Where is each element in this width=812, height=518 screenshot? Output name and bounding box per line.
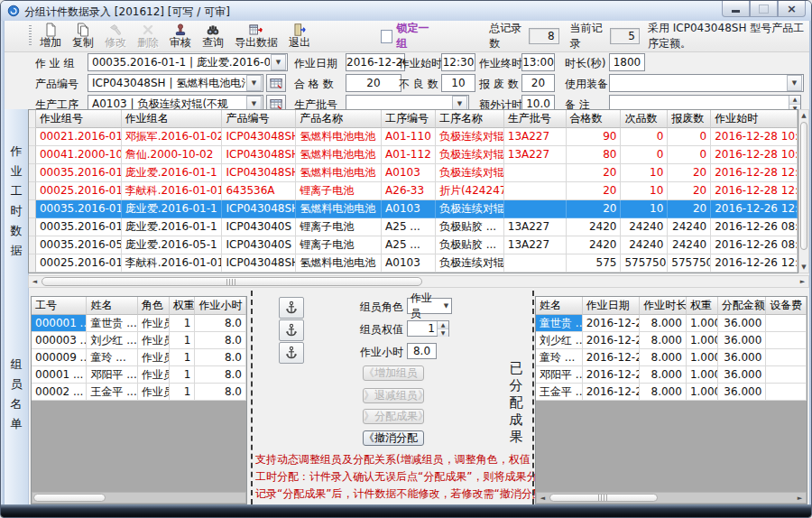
toolbar-button-new[interactable]: 增加 <box>34 21 67 51</box>
table-cell[interactable]: 1 <box>170 384 196 401</box>
start-time-field[interactable]: 12:30 <box>441 53 475 71</box>
hscroll-thumb[interactable] <box>42 277 422 286</box>
table-cell[interactable] <box>504 200 567 218</box>
table-cell[interactable]: 1 <box>170 332 196 349</box>
table-cell[interactable] <box>504 254 567 273</box>
table-cell[interactable]: 1.000 <box>687 349 718 366</box>
table-cell[interactable]: 锂离子电池 <box>296 218 382 236</box>
table-cell[interactable]: 2016-12-2... <box>583 366 641 384</box>
table-row[interactable]: 000001 ...童世贵 ...作业员18.0 <box>32 315 246 332</box>
table-cell[interactable]: 00025.2016-01-01 <box>36 254 122 273</box>
row-indicator[interactable] <box>29 128 36 146</box>
row-indicator[interactable] <box>29 218 36 236</box>
column-header[interactable]: 作业组号 <box>36 110 122 128</box>
scroll-left-icon[interactable]: ◄ <box>537 493 549 503</box>
table-cell[interactable]: 36.000 <box>718 315 767 332</box>
table-cell[interactable]: ICP043048SH <box>222 146 296 164</box>
column-header[interactable]: 权重 <box>687 297 718 315</box>
table-cell[interactable]: ICP043040S <box>222 218 296 236</box>
table-row[interactable]: 00041.2000-10-02詹仙.2000-10-02ICP043048SH… <box>29 146 798 164</box>
table-cell[interactable]: 2016-12-28 10:10 <box>711 128 798 146</box>
product-lookup-button[interactable] <box>266 74 286 92</box>
table-row[interactable]: 000009 ...童玲 ...作业员18.0 <box>32 349 246 366</box>
table-cell[interactable]: 20 <box>668 200 711 218</box>
row-indicator[interactable] <box>29 200 36 218</box>
member-role-combo[interactable]: 作业员▼ <box>407 298 452 314</box>
column-header[interactable]: 作业日期 <box>583 297 641 315</box>
worktime-hscrollbar[interactable]: ◄ ► <box>28 275 809 288</box>
table-cell[interactable]: 36.000 <box>718 384 767 401</box>
table-cell[interactable]: 24240 <box>668 218 711 236</box>
table-cell[interactable]: 000003 ... <box>32 332 87 349</box>
column-header[interactable]: 作业组名 <box>122 110 223 128</box>
column-header[interactable]: 姓名 <box>87 297 138 315</box>
table-cell[interactable]: 氢燃料电池电池 <box>296 164 382 182</box>
worktime-vscrollbar[interactable]: ▲ ▼ <box>798 109 809 273</box>
table-cell[interactable]: 1 <box>170 366 196 384</box>
column-header[interactable]: 产品编号 <box>222 110 296 128</box>
table-cell[interactable]: A0103 <box>382 164 436 182</box>
table-row[interactable]: 00035.2016-05-1庞业爱.2016-05-1ICP043040S锂离… <box>29 236 798 254</box>
table-cell[interactable]: 2016-12-26 12:30 <box>711 200 798 218</box>
table-cell[interactable]: 00035.2016-01-1 <box>36 164 122 182</box>
table-cell[interactable]: 作业员 <box>138 349 170 366</box>
table-cell[interactable]: 庞业爱.2016-01-1 <box>122 164 223 182</box>
table-cell[interactable]: 1.000 <box>687 384 718 401</box>
table-cell[interactable]: 童玲 ... <box>536 349 583 366</box>
table-cell[interactable]: 2016-12-28 12:30 <box>711 182 798 200</box>
scroll-up-icon[interactable]: ▲ <box>799 110 808 121</box>
table-cell[interactable]: 氢燃料电池电池 <box>296 146 382 164</box>
table-cell[interactable]: 折片(424247) <box>436 182 504 200</box>
table-cell[interactable]: A0103 <box>382 200 436 218</box>
column-header[interactable]: 权重 <box>170 297 196 315</box>
table-cell[interactable]: 36.000 <box>718 349 767 366</box>
column-header[interactable]: 作业时长 <box>640 297 687 315</box>
table-cell[interactable]: ICP043048SH <box>222 254 296 273</box>
table-cell[interactable]: 2016-12-2... <box>583 315 641 332</box>
table-cell[interactable]: 作业员 <box>138 366 170 384</box>
table-cell[interactable]: 8.000 <box>640 315 687 332</box>
table-cell[interactable]: 00001 ... <box>32 366 87 384</box>
table-cell[interactable]: 0 <box>621 146 668 164</box>
duration-field[interactable]: 1800 <box>609 53 645 71</box>
table-cell[interactable]: 20 <box>567 182 622 200</box>
table-cell[interactable]: 刘少红 ... <box>536 332 583 349</box>
table-cell[interactable]: 负极连续对辊... <box>436 164 504 182</box>
table-cell[interactable]: 作业员 <box>138 384 170 401</box>
table-cell[interactable]: 10 <box>621 200 668 218</box>
table-row[interactable]: 00002 ...王金平 ...作业员18.0 <box>32 384 246 401</box>
table-cell[interactable]: 氢燃料电池电池 <box>296 200 382 218</box>
table-cell[interactable]: 1 <box>170 315 196 332</box>
maximize-button[interactable] <box>750 1 778 17</box>
table-cell[interactable] <box>766 349 807 366</box>
table-cell[interactable]: 575 <box>567 254 622 273</box>
row-indicator[interactable] <box>29 236 36 254</box>
minimize-button[interactable] <box>722 1 750 17</box>
table-row[interactable]: 邓阳平 ...2016-12-2...8.0001.00036.000 <box>536 366 807 384</box>
table-cell[interactable]: ICP043040S <box>222 236 296 254</box>
table-cell[interactable]: 1 <box>170 349 196 366</box>
table-cell[interactable]: 负极连续对辊... <box>436 200 504 218</box>
table-cell[interactable]: ICP043048SH <box>222 200 296 218</box>
table-cell[interactable]: 36.000 <box>718 366 767 384</box>
column-header[interactable]: 报废数 <box>668 110 711 128</box>
qualified-field[interactable]: 20 <box>346 74 401 92</box>
table-cell[interactable]: 作业员 <box>138 315 170 332</box>
toolbar-button-copy[interactable]: 复制 <box>67 21 99 51</box>
row-indicator[interactable] <box>29 164 36 182</box>
results-hscrollbar[interactable]: ◄ ► <box>536 492 807 504</box>
table-cell[interactable]: A25 ... <box>382 236 436 254</box>
table-row[interactable]: 童玲 ...2016-12-2...8.0001.00036.000 <box>536 349 807 366</box>
table-cell[interactable]: 2420 <box>567 236 622 254</box>
table-cell[interactable]: 000001 ... <box>32 315 87 332</box>
table-row[interactable]: 00001 ...邓阳平 ...作业员18.0 <box>32 366 246 384</box>
table-row[interactable]: 00021.2016-01-02邓振军.2016-01-02ICP043048S… <box>29 128 798 146</box>
column-header[interactable]: 生产批号 <box>504 110 567 128</box>
row-indicator[interactable] <box>29 182 36 200</box>
table-cell[interactable]: 刘少红 ... <box>87 332 138 349</box>
column-header[interactable]: 作业小时 <box>195 297 246 315</box>
members-hscrollbar[interactable] <box>32 492 246 504</box>
work-hours-field[interactable]: 8.0 <box>407 343 437 359</box>
table-cell[interactable]: 负极连续对辊... <box>436 128 504 146</box>
table-cell[interactable]: 2016-12-2... <box>583 349 641 366</box>
